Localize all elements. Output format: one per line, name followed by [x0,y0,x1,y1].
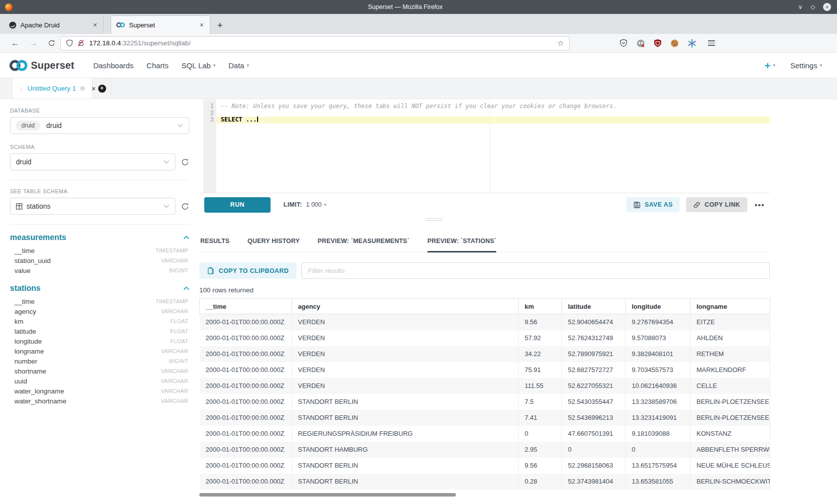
close-window-icon[interactable]: × [823,3,831,11]
navbar-item-charts[interactable]: Charts [146,61,168,70]
rows-returned-text: 100 rows returned [199,286,770,294]
cell: 57.92 [519,330,562,346]
line-text [216,110,770,117]
column-name: longname [14,348,44,355]
bookmark-star-icon[interactable]: ☆ [558,39,564,48]
column-header-longname[interactable]: longname [691,299,770,314]
new-browser-tab-button[interactable]: + [217,20,223,31]
minimize-icon[interactable]: ∨ [798,4,803,10]
browser-tab-apache-druid[interactable]: Apache Druid × [4,16,104,34]
schema-column-row: __timeTIMESTAMP [10,246,189,255]
cookie-icon[interactable] [670,39,679,48]
reload-icon[interactable] [48,39,55,47]
sparkle-extension-icon[interactable] [688,39,697,48]
refresh-tables-icon[interactable] [181,202,189,211]
limit-caret-icon: ▾ [324,202,327,207]
results-tab-1[interactable]: QUERY HISTORY [248,238,300,252]
cell: 2000-01-01T00:00:00.000Z [200,362,292,378]
refresh-schemas-icon[interactable] [181,158,189,166]
copy-to-clipboard-button[interactable]: COPY TO CLIPBOARD [199,262,296,279]
table-select[interactable]: stations [10,198,175,215]
schema-table-header-stations[interactable]: stations [10,284,189,293]
address-bar[interactable]: 172.18.0.4:32251/superset/sqllab/ ☆ [60,36,569,50]
filter-results-input[interactable] [301,262,770,279]
close-tab-icon[interactable]: × [92,21,98,29]
navbar-item-data[interactable]: Data▾ [228,61,249,70]
privacy-mask-icon[interactable] [636,39,645,48]
results-tab-bar: RESULTSQUERY HISTORYPREVIEW: `MEASUREMEN… [199,221,770,252]
cell: 2000-01-01T00:00:00.000Z [200,314,292,330]
cell: 52.2968158063 [562,458,626,474]
back-icon[interactable]: ← [11,38,19,48]
column-header-latitude[interactable]: latitude [562,299,626,314]
column-type: BIGINT [169,358,188,364]
line-number: 3 [203,117,216,124]
ublock-icon[interactable] [654,39,662,47]
close-tab-icon[interactable]: × [199,21,205,29]
cell: 2000-01-01T00:00:00.000Z [200,394,292,410]
chevron-down-icon [163,204,169,208]
new-query-tab-button[interactable]: + [93,78,112,99]
browser-tab-superset[interactable]: Superset × [111,15,210,34]
table-row: 2000-01-01T00:00:00.000ZSTANDORT BERLIN0… [200,474,770,490]
pocket-shield-icon[interactable] [619,39,628,47]
cell: 2000-01-01T00:00:00.000Z [200,426,292,442]
insecure-lock-icon[interactable] [77,39,85,47]
cell: 7.5 [519,394,562,410]
navbar-menu: DashboardsChartsSQL Lab▾Data▾ [80,61,249,70]
cell: 10.0621640936 [626,378,691,394]
cell: KONSTANZ [691,426,770,442]
maximize-icon[interactable]: ◇ [811,4,815,10]
column-header-__time[interactable]: __time [200,299,292,314]
menu-hamburger-icon[interactable] [708,40,715,46]
cell: 52.7624312749 [562,330,626,346]
results-tab-2[interactable]: PREVIEW: `MEASUREMENTS` [318,238,410,252]
scrollbar-thumb[interactable] [199,493,456,497]
results-tab-0[interactable]: RESULTS [200,238,230,252]
new-item-caret-icon[interactable]: ▾ [773,63,776,68]
cell: VERDEN [292,314,519,330]
chevron-up-icon[interactable] [183,286,189,290]
schema-table-header-measurements[interactable]: measurements [10,233,189,242]
superset-logo[interactable]: Superset [8,59,74,72]
database-label: DATABASE [10,108,189,114]
chevron-up-icon[interactable] [183,236,189,240]
settings-label: Settings [790,61,817,70]
cell: 0 [519,426,562,442]
sql-editor[interactable]: 1-- Note: Unless you save your query, th… [199,100,770,193]
column-type: VARCHAR [161,398,188,404]
navbar-item-sql-lab[interactable]: SQL Lab▾ [181,61,215,70]
limit-dropdown[interactable]: LIMIT: 1 000 ▾ [283,201,326,208]
extension-tray [619,39,715,48]
cell: 2000-01-01T00:00:00.000Z [200,474,292,490]
drag-grip-icon[interactable]: ⋮ [18,85,23,92]
results-tab-3[interactable]: PREVIEW: `STATIONS` [427,238,497,252]
copy-link-button[interactable]: COPY LINK [686,197,747,212]
forward-icon[interactable]: → [29,38,38,48]
column-header-longitude[interactable]: longitude [626,299,691,314]
schema-column-row: water_longnameVARCHAR [10,386,189,396]
chevron-down-icon: ▾ [213,63,216,68]
column-header-km[interactable]: km [519,299,562,314]
save-as-button[interactable]: SAVE AS [626,197,680,212]
table-row: 2000-01-01T00:00:00.000ZVERDEN9.5652.904… [200,314,770,330]
schema-select[interactable]: druid [10,153,175,170]
query-tab-untitled-1[interactable]: ⋮ Untitled Query 1 × [12,78,93,99]
chevron-down-icon [177,124,183,127]
database-select[interactable]: druid druid [10,117,189,134]
run-button[interactable]: RUN [204,197,271,213]
cell: ABBENFLETH SPERRWERK [691,442,770,458]
cell: 52.9040654474 [562,314,626,330]
tracking-shield-icon[interactable] [66,39,73,47]
cell: 2000-01-01T00:00:00.000Z [200,410,292,426]
more-actions-button[interactable]: ••• [755,201,765,209]
new-item-button[interactable]: + [764,60,770,71]
sqllab-left-panel: DATABASE druid druid SCHEMA druid SEE TA… [0,100,199,504]
column-name: __time [14,298,35,305]
schema-column-row: water_shortnameVARCHAR [10,396,189,406]
navbar-item-dashboards[interactable]: Dashboards [93,61,134,70]
line-text: SELECT ... [216,117,770,124]
settings-menu[interactable]: Settings▾ [790,61,822,70]
table-row: 2000-01-01T00:00:00.000ZSTANDORT BERLIN9… [200,458,770,474]
column-header-agency[interactable]: agency [292,299,519,314]
